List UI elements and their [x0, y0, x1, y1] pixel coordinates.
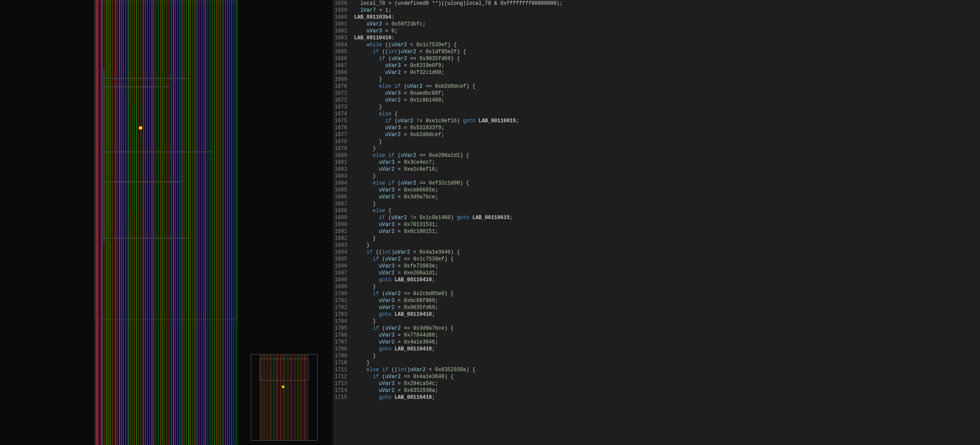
code-text: uVar2 = 0x6c180151; [354, 228, 978, 235]
code-text: } [354, 353, 978, 359]
line-number: 1687 [335, 200, 354, 207]
code-editor-panel[interactable]: 1658 local_78 = (undefined8 **)((ulong)l… [333, 0, 980, 445]
line-number: 1675 [335, 118, 354, 124]
svg-rect-189 [213, 0, 214, 445]
code-text: } [354, 145, 978, 152]
svg-rect-136 [98, 0, 99, 445]
code-text: } [354, 242, 978, 249]
svg-rect-131 [230, 0, 230, 445]
code-line-1681: 1681 uVar3 = 0x3ce4ec7; [333, 159, 980, 166]
svg-rect-143 [114, 0, 114, 445]
svg-rect-86 [132, 0, 133, 445]
svg-rect-192 [220, 0, 220, 445]
svg-rect-78 [115, 0, 116, 445]
svg-rect-116 [197, 0, 198, 445]
svg-rect-72 [102, 0, 102, 445]
svg-rect-18 [128, 0, 128, 445]
svg-rect-198 [233, 0, 233, 445]
svg-rect-232 [290, 355, 291, 440]
svg-rect-127 [221, 0, 221, 445]
svg-rect-178 [189, 0, 190, 445]
svg-rect-199 [235, 0, 235, 445]
svg-rect-170 [172, 0, 172, 445]
line-number: 1660 [335, 14, 354, 21]
code-line-1701: 1701 uVar3 = 0xbc88f889; [333, 297, 980, 304]
line-number: 1709 [335, 353, 354, 359]
svg-rect-236 [297, 355, 298, 440]
code-text: } [354, 200, 978, 207]
line-number: 1658 [335, 0, 354, 7]
code-line-1688: 1688 else { [333, 207, 980, 214]
svg-rect-97 [156, 0, 156, 445]
code-line-1690: 1690 uVar3 = 0x70131531; [333, 221, 980, 228]
code-text: else if ((int)uVar2 < 0x6352930a) { [354, 366, 978, 373]
line-number: 1681 [335, 159, 354, 166]
line-number: 1671 [335, 90, 354, 97]
svg-rect-153 [135, 0, 136, 445]
line-number: 1672 [335, 97, 354, 104]
code-line-1708: 1708 goto LAB_00110410; [333, 346, 980, 353]
svg-rect-240 [304, 355, 304, 440]
code-line-1673: 1673 } [333, 104, 980, 111]
svg-rect-158 [146, 0, 147, 445]
line-number: 1686 [335, 194, 354, 200]
svg-rect-123 [212, 0, 213, 445]
code-text: local_78 = (undefined8 **)((ulong)local_… [354, 0, 978, 7]
svg-rect-183 [200, 0, 201, 445]
line-number: 1700 [335, 290, 354, 297]
code-text: uVar2 = 0x6352930a; [354, 387, 978, 394]
line-number: 1674 [335, 111, 354, 118]
svg-rect-208 [134, 104, 134, 212]
svg-rect-200 [104, 78, 190, 79]
code-line-1699: 1699 } [333, 283, 980, 290]
svg-rect-6 [103, 0, 103, 445]
code-line-1715: 1715 goto LAB_00110410; [333, 394, 980, 401]
code-text: } [354, 359, 978, 366]
code-line-1711: 1711 else if ((int)uVar2 < 0x6352930a) { [333, 366, 980, 373]
code-text: if (uVar2 == 0x2cbd05e0) { [354, 290, 978, 297]
svg-rect-110 [184, 0, 185, 445]
line-number: 1676 [335, 124, 354, 131]
code-text: uVar3 = 0x6319e0f9; [354, 62, 978, 69]
code-text: else if (uVar2 == 0xb2d0dcef) { [354, 83, 978, 90]
svg-rect-139 [105, 0, 105, 445]
svg-rect-222 [273, 355, 274, 440]
code-line-1678: 1678 } [333, 138, 980, 145]
svg-rect-246 [264, 355, 265, 440]
svg-rect-125 [217, 0, 217, 445]
svg-rect-266 [298, 355, 299, 440]
svg-rect-141 [109, 0, 110, 445]
svg-rect-177 [187, 0, 188, 445]
svg-rect-80 [119, 0, 120, 445]
svg-rect-254 [278, 355, 278, 440]
svg-rect-179 [192, 0, 192, 445]
code-line-1705: 1705 if (uVar2 == 0x3d9a7bce) { [333, 325, 980, 332]
svg-rect-175 [183, 0, 183, 445]
svg-rect-159 [148, 0, 149, 445]
svg-rect-268 [301, 355, 302, 440]
line-number: 1685 [335, 187, 354, 194]
svg-rect-186 [207, 0, 207, 445]
svg-rect-184 [202, 0, 203, 445]
code-line-1665: 1665 if ((int)uVar2 < 0x1df95e2f) { [333, 48, 980, 55]
code-line-1670: 1670 else if (uVar2 == 0xb2d0dcef) { [333, 83, 980, 90]
line-number: 1670 [335, 83, 354, 90]
line-number: 1659 [335, 7, 354, 14]
svg-rect-129 [225, 0, 226, 445]
svg-rect-74 [106, 0, 107, 445]
code-line-1692: 1692 } [333, 235, 980, 242]
svg-rect-218 [267, 355, 267, 440]
code-line-1706: 1706 uVar3 = 0x77844d88; [333, 332, 980, 339]
svg-rect-92 [145, 0, 146, 445]
code-text: if ((int)uVar2 < 0x1df95e2f) { [354, 48, 978, 55]
code-line-1698: 1698 goto LAB_00110410; [333, 277, 980, 283]
svg-rect-128 [223, 0, 223, 445]
code-text: uVar2 = 0xe206a1d1; [354, 270, 978, 277]
line-number: 1702 [335, 304, 354, 311]
svg-rect-85 [130, 0, 131, 445]
line-number: 1697 [335, 270, 354, 277]
svg-point-209 [139, 126, 142, 130]
code-line-1693: 1693 } [333, 242, 980, 249]
svg-rect-102 [166, 0, 167, 445]
svg-rect-91 [143, 0, 144, 445]
